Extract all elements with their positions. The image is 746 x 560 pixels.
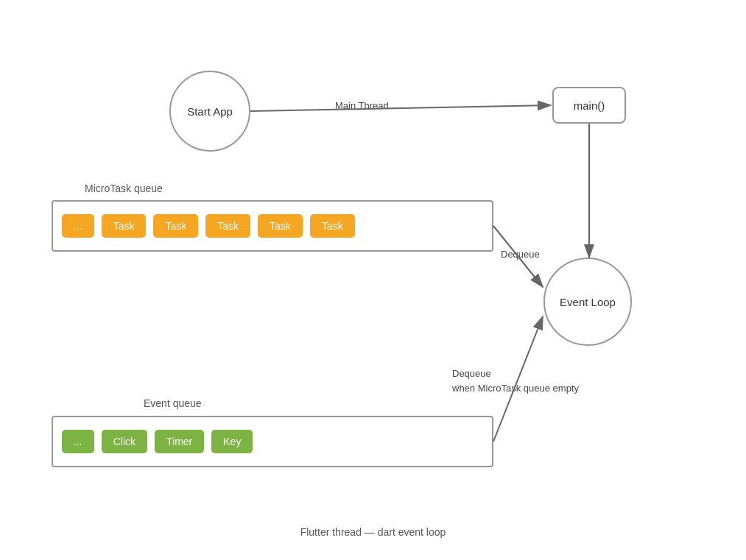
- event-loop-node: Event Loop: [543, 258, 632, 346]
- main-function-label: main(): [574, 99, 605, 112]
- svg-line-1: [250, 105, 551, 111]
- event-queue-label: Event queue: [144, 397, 202, 409]
- main-function-node: main(): [552, 87, 626, 124]
- event-item-timer: Timer: [155, 430, 204, 453]
- microtask-item-3: Task: [205, 214, 250, 238]
- microtask-item-4: Task: [258, 214, 303, 238]
- main-thread-arrow-label: Main Thread: [335, 100, 389, 111]
- microtask-item-dots: ...: [62, 214, 94, 238]
- dequeue-when-empty-label: Dequeuewhen MicroTask queue empty: [452, 366, 579, 395]
- diagram-container: Start App main() Event Loop MicroTask qu…: [0, 0, 746, 560]
- caption: Flutter thread — dart event loop: [300, 526, 446, 538]
- event-loop-label: Event Loop: [560, 296, 616, 308]
- microtask-queue-label: MicroTask queue: [85, 182, 163, 194]
- microtask-item-5: Task: [310, 214, 355, 238]
- start-app-node: Start App: [169, 71, 250, 152]
- event-item-click: Click: [102, 430, 147, 453]
- diagram-arrows: [0, 0, 746, 560]
- dequeue-arrow-label: Dequeue: [501, 249, 540, 260]
- event-item-key: Key: [211, 430, 253, 453]
- start-app-label: Start App: [187, 105, 233, 118]
- event-queue-box: ... Click Timer Key: [52, 416, 493, 467]
- microtask-item-2: Task: [153, 214, 198, 238]
- microtask-queue-box: ... Task Task Task Task Task: [52, 200, 493, 252]
- microtask-item-1: Task: [102, 214, 147, 238]
- event-item-dots: ...: [62, 430, 94, 453]
